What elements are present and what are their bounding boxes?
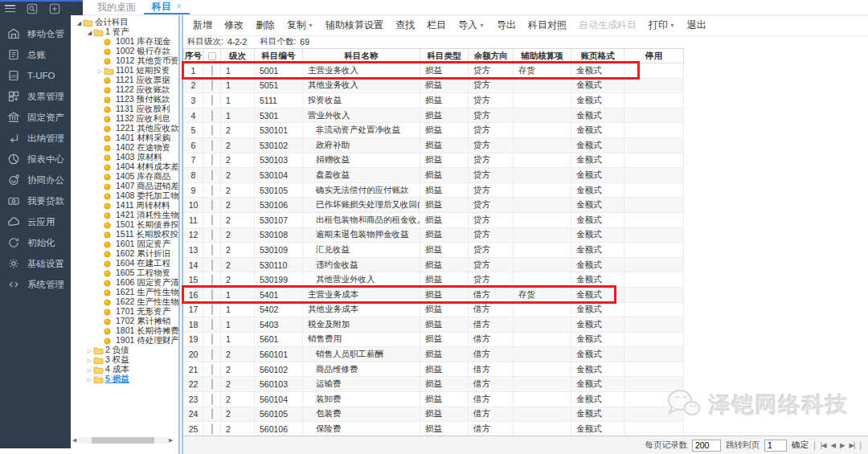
scrollbar-thumb[interactable] [92,437,154,444]
sidebar-item-11[interactable]: 初始化 [0,232,71,253]
collapse-icon[interactable]: ◢ [86,29,93,36]
table-row[interactable]: 415301营业外收入损益贷方金额式 [184,108,684,123]
next-page-icon[interactable]: ▶ [840,441,845,449]
sidebar-item-12[interactable]: 基础设置 [0,253,71,274]
table-row[interactable]: 52530101非流动资产处置净收益损益贷方金额式 [184,123,684,138]
sidebar-item-13[interactable]: 系统管理 [0,274,71,295]
sidebar-item-5[interactable]: 固定资产 [0,107,71,128]
row-checkbox[interactable] [211,349,213,360]
search-square-icon[interactable] [27,3,38,14]
table-row[interactable]: 252560106保险费损益借方金额式 [184,422,684,437]
prev-page-icon[interactable]: ◀ [830,441,835,449]
row-checkbox[interactable] [211,423,213,435]
first-page-icon[interactable]: |◀ [821,441,826,449]
row-checkbox[interactable] [211,140,213,151]
table-row[interactable]: 62530102政府补助损益贷方金额式 [184,137,684,153]
table-row[interactable]: 202560101销售人员职工薪酬损益借方金额式 [184,347,684,362]
table-row[interactable]: 72530103捐赠收益损益贷方金额式 [184,153,684,168]
table-row[interactable]: 82530104盘盈收益损益贷方金额式 [184,168,684,183]
table-row[interactable]: 212560102商品维修费损益借方金额式 [184,362,684,377]
table-row[interactable]: 132530109汇兑收益损益贷方金额式 [184,243,684,258]
table-row[interactable]: 142530110违约金收益损益贷方金额式 [184,257,684,272]
expand-icon[interactable]: ▷ [86,357,93,364]
table-row[interactable]: 122530108逾期未退包装物押金收益损益贷方金额式 [184,227,684,243]
toolbar-button-8[interactable]: 导入▼ [458,18,485,32]
sidebar-item-3[interactable]: UFOT-UFO [0,65,71,86]
scroll-right-icon[interactable]: ▶ [169,436,175,444]
toolbar-button-1[interactable]: 新增 [193,18,212,32]
hamburger-menu-icon[interactable] [5,5,15,12]
tab-close-icon[interactable]: × [176,1,182,12]
table-row[interactable]: 102530106已作坏账损失处理后又收回的应收账款损益贷方金额式 [184,198,684,213]
toolbar-button-4[interactable]: 复制▼ [287,18,313,32]
row-checkbox[interactable] [211,378,213,390]
table-row[interactable]: 242560105包装费损益借方金额式 [184,407,684,422]
sidebar-item-7[interactable]: 报表中心 [0,149,71,170]
scroll-left-icon[interactable]: ◀ [72,436,79,444]
per-page-input[interactable] [692,440,721,452]
sidebar-item-8[interactable]: 协同办公 [0,170,71,190]
tree-horizontal-scrollbar[interactable]: ◀ ▶ [72,436,175,444]
table-row[interactable]: 232560104装卸费损益借方金额式 [184,392,684,407]
table-row[interactable]: 215051其他业务收入损益贷方金额式 [184,78,684,93]
scrollbar-track[interactable] [79,437,169,444]
sidebar-item-1[interactable]: 移动仓管 [0,23,71,44]
select-all-header[interactable] [203,49,221,63]
expand-icon[interactable]: ▷ [86,366,93,374]
expand-icon[interactable]: ▷ [86,347,93,354]
table-row[interactable]: 315111投资收益损益贷方金额式 [184,93,684,108]
table-row[interactable]: 1715402其他业务成本损益借方金额式 [184,302,684,317]
expand-icon[interactable]: ▷ [86,376,93,383]
row-checkbox[interactable] [211,364,213,375]
row-checkbox[interactable] [211,170,213,181]
row-checkbox[interactable] [211,260,213,271]
sidebar-item-6[interactable]: 出纳管理 [0,128,71,149]
row-checkbox[interactable] [211,333,213,345]
goto-page-input[interactable] [764,440,787,452]
row-checkbox[interactable] [211,199,213,211]
expand-icon[interactable]: ▷ [96,67,104,75]
row-checkbox[interactable] [211,304,213,315]
table-row[interactable]: 115001主营业务收入损益贷方存货金额式 [184,63,684,79]
row-checkbox[interactable] [211,95,213,106]
tab-my-desktop[interactable]: 我的桌面 [89,0,144,14]
last-page-icon[interactable]: ▶| [850,441,855,449]
row-checkbox[interactable] [211,185,213,196]
row-checkbox[interactable] [211,110,213,121]
confirm-button[interactable]: 确定 [792,440,809,451]
sidebar-item-9[interactable]: 我要贷款 [0,190,71,211]
row-checkbox[interactable] [211,394,213,405]
row-checkbox[interactable] [211,408,213,419]
sidebar-item-10[interactable]: 云应用 [0,211,71,232]
row-checkbox[interactable] [211,65,213,76]
row-checkbox[interactable] [211,229,213,240]
table-row[interactable]: 92530105确实无法偿付的应付账款损益贷方金额式 [184,182,684,198]
collapse-icon[interactable]: ◢ [76,19,83,27]
toolbar-button-2[interactable]: 修改 [224,18,244,32]
tab-subjects[interactable]: 科目 × [144,0,190,14]
row-checkbox[interactable] [211,215,213,226]
select-all-checkbox[interactable] [208,52,216,60]
row-checkbox[interactable] [211,319,213,330]
table-row[interactable]: 222560103运输费损益借方金额式 [184,377,684,392]
toolbar-button-12[interactable]: 打印▼ [649,18,675,32]
row-checkbox[interactable] [211,274,213,285]
toolbar-button-13[interactable]: 退出 [687,18,706,32]
toolbar-button-6[interactable]: 查找 [395,18,415,32]
row-checkbox[interactable] [211,154,213,166]
new-window-icon[interactable] [49,3,60,14]
row-checkbox[interactable] [211,244,213,256]
table-row[interactable]: 1915601销售费用损益借方金额式 [184,332,684,347]
tree-node[interactable]: ▷5 损益 [72,374,178,384]
sidebar-item-4[interactable]: 发票管理 [0,86,71,107]
toolbar-button-5[interactable]: 辅助核算设置 [326,18,383,32]
toolbar-button-10[interactable]: 科目对照 [528,18,567,32]
table-row[interactable]: 112530107出租包装物和商品的租金收入损益贷方金额式 [184,212,684,227]
sidebar-item-2[interactable]: 总账 [0,44,71,65]
toolbar-button-7[interactable]: 栏目 [427,18,446,32]
table-row[interactable]: 1815403税金及附加损益借方金额式 [184,317,684,333]
table-row[interactable]: 152530199其他营业外收入损益贷方金额式 [184,272,684,288]
table-row[interactable]: 1615401主营业务成本损益借方存货金额式 [184,287,684,302]
toolbar-button-9[interactable]: 导出 [497,18,516,32]
row-checkbox[interactable] [211,80,213,91]
